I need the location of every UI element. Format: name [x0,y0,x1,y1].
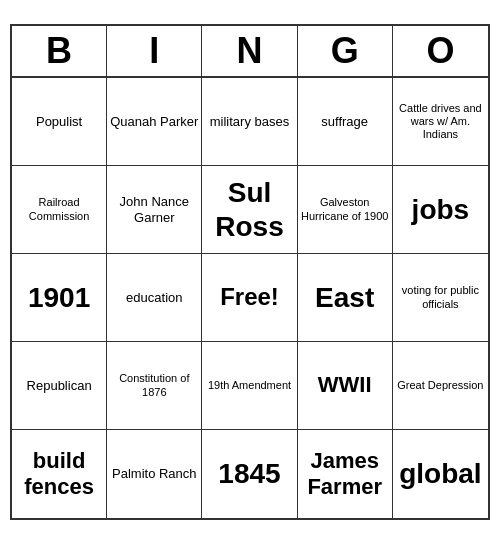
bingo-cell: jobs [393,166,488,254]
bingo-cell: 1901 [12,254,107,342]
bingo-cell: suffrage [298,78,393,166]
bingo-cell: Great Depression [393,342,488,430]
bingo-cell: Republican [12,342,107,430]
bingo-cell: WWII [298,342,393,430]
bingo-cell: John Nance Garner [107,166,202,254]
header-letter: I [107,26,202,76]
bingo-cell: voting for public officials [393,254,488,342]
bingo-cell: East [298,254,393,342]
bingo-cell: Palmito Ranch [107,430,202,518]
header-letter: G [298,26,393,76]
header-letter: O [393,26,488,76]
bingo-cell: James Farmer [298,430,393,518]
bingo-cell: Railroad Commission [12,166,107,254]
bingo-cell: 19th Amendment [202,342,297,430]
bingo-cell: Free! [202,254,297,342]
header-letter: N [202,26,297,76]
bingo-cell: 1845 [202,430,297,518]
bingo-cell: education [107,254,202,342]
bingo-card: BINGO PopulistQuanah Parkermilitary base… [10,24,490,520]
bingo-cell: Sul Ross [202,166,297,254]
bingo-cell: Quanah Parker [107,78,202,166]
bingo-header: BINGO [12,26,488,78]
bingo-cell: global [393,430,488,518]
bingo-cell: military bases [202,78,297,166]
header-letter: B [12,26,107,76]
bingo-cell: Galveston Hurricane of 1900 [298,166,393,254]
bingo-grid: PopulistQuanah Parkermilitary basessuffr… [12,78,488,518]
bingo-cell: Constitution of 1876 [107,342,202,430]
bingo-cell: Cattle drives and wars w/ Am. Indians [393,78,488,166]
bingo-cell: Populist [12,78,107,166]
bingo-cell: build fences [12,430,107,518]
